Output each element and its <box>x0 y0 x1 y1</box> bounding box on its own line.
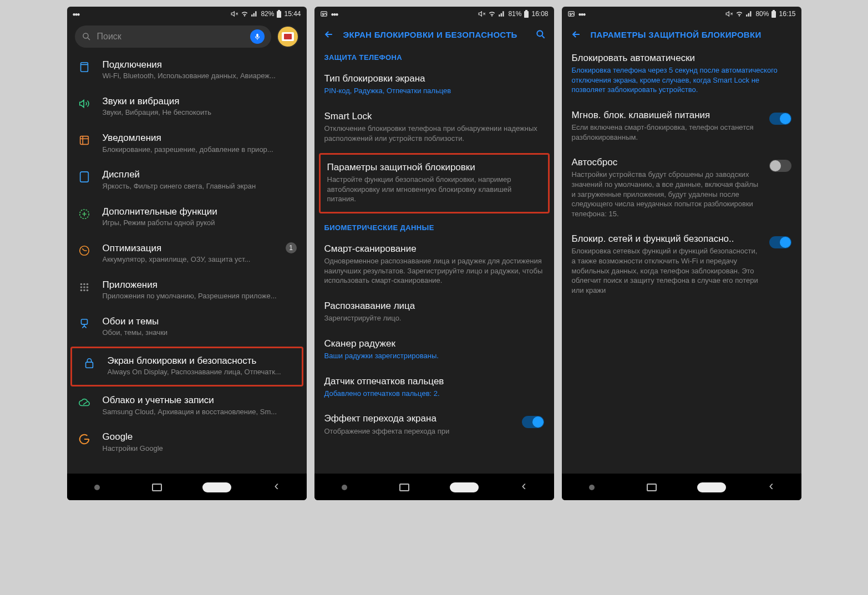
item-subtitle: Приложения по умолчанию, Разрешения прил… <box>103 292 298 301</box>
back-button[interactable] <box>568 29 584 40</box>
settings-list[interactable]: ПодключенияWi-Fi, Bluetooth, Использован… <box>67 52 307 474</box>
item-title: Облако и учетные записи <box>103 394 298 406</box>
settings-item-plus[interactable]: Дополнительные функцииИгры, Режим работы… <box>67 199 307 236</box>
settings-item-google[interactable]: GoogleНастройки Google <box>67 424 307 461</box>
setting-row[interactable]: Блокировать автоматическиБлокировка теле… <box>562 45 801 103</box>
row-title: Smart Lock <box>324 110 544 122</box>
setting-row[interactable]: Распознавание лицаЗарегистрируйте лицо. <box>314 293 554 331</box>
phone-secure-lock-settings: 80% 16:15 ПАРАМЕТРЫ ЗАЩИТНОЙ БЛОКИРОВКИ … <box>562 7 801 500</box>
section-label: ЗАЩИТА ТЕЛЕФОНА <box>314 45 554 66</box>
badge-count: 1 <box>286 242 297 253</box>
row-description: Настройте функции безопасной блокировки,… <box>327 175 541 204</box>
nav-recent-button[interactable] <box>388 481 421 494</box>
secure-lock-list[interactable]: Блокировать автоматическиБлокировка теле… <box>562 45 801 474</box>
status-time: 16:15 <box>779 10 795 18</box>
row-description: Одновременное распознавание лица и радуж… <box>324 256 544 286</box>
setting-row[interactable]: Датчик отпечатков пальцевДобавлено отпеч… <box>314 369 554 406</box>
setting-row[interactable]: Сканер радужекВаши радужки зарегистриров… <box>314 331 554 369</box>
settings-item-wallpaper[interactable]: Обои и темыОбои, темы, значки <box>67 309 307 345</box>
svg-point-12 <box>80 286 82 288</box>
item-title: Дисплей <box>103 169 298 180</box>
security-list[interactable]: ЗАЩИТА ТЕЛЕФОНАТип блокировки экранаPIN-… <box>314 45 554 474</box>
nav-indicator <box>575 481 608 494</box>
settings-item-connections[interactable]: ПодключенияWi-Fi, Bluetooth, Использован… <box>67 52 307 89</box>
nav-home-button[interactable] <box>448 481 481 494</box>
more-notifications-icon <box>578 11 585 17</box>
nav-recent-button[interactable] <box>635 481 668 494</box>
svg-point-24 <box>537 30 542 36</box>
item-title: Звуки и вибрация <box>103 95 298 107</box>
toggle-switch[interactable] <box>769 160 791 172</box>
settings-item-optimize[interactable]: ОптимизацияАккумулятор, хранилище, ОЗУ, … <box>67 236 307 272</box>
item-title: Оптимизация <box>103 242 275 254</box>
row-description: Если включена смарт-блокировка, телефон … <box>572 123 763 142</box>
svg-rect-22 <box>524 11 529 18</box>
settings-item-apps[interactable]: ПриложенияПриложения по умолчанию, Разре… <box>67 272 307 309</box>
wifi-icon <box>735 10 743 18</box>
nav-back-button[interactable] <box>507 481 541 494</box>
nav-back-button[interactable] <box>755 481 788 494</box>
svg-rect-27 <box>771 11 776 18</box>
mute-icon <box>478 10 486 18</box>
search-icon <box>82 32 92 42</box>
screen-header: ПАРАМЕТРЫ ЗАЩИТНОЙ БЛОКИРОВКИ <box>562 21 801 45</box>
row-title: Распознавание лица <box>324 300 544 312</box>
lock-icon <box>81 355 98 369</box>
svg-rect-23 <box>525 10 527 11</box>
mute-icon <box>231 10 238 18</box>
settings-item-notify[interactable]: УведомленияБлокирование, разрешение, доб… <box>67 125 307 162</box>
settings-item-display[interactable]: ДисплейЯркость, Фильтр синего света, Гла… <box>67 162 307 199</box>
toggle-switch[interactable] <box>522 416 544 428</box>
search-button[interactable] <box>535 29 546 40</box>
status-bar: 80% 16:15 <box>562 7 801 21</box>
setting-row[interactable]: Блокир. сетей и функций безопасно..Блоки… <box>562 226 801 303</box>
nav-back-button[interactable] <box>260 481 293 494</box>
settings-item-lock[interactable]: Экран блокировки и безопасностьAlways On… <box>72 348 302 385</box>
row-title: Тип блокировки экрана <box>324 73 544 84</box>
item-subtitle: Обои, темы, значки <box>103 328 298 338</box>
setting-row[interactable]: Тип блокировки экранаPIN-код, Радужка, О… <box>314 66 554 104</box>
row-description: PIN-код, Радужка, Отпечатки пальцев <box>324 86 544 96</box>
status-bar: 82% 15:44 <box>67 7 307 21</box>
more-notifications-icon <box>73 11 79 17</box>
item-title: Уведомления <box>103 132 298 144</box>
setting-row[interactable]: АвтосбросНастройки устройства будут сбро… <box>562 150 801 226</box>
nav-recent-button[interactable] <box>140 481 174 494</box>
item-subtitle: Яркость, Фильтр синего света, Главный эк… <box>103 182 298 191</box>
phone-lockscreen-security: 81% 16:08 ЭКРАН БЛОКИРОВКИ И БЕЗОПАСНОСТ… <box>314 7 554 500</box>
android-navbar <box>314 474 554 500</box>
row-title: Параметры защитной блокировки <box>327 161 541 173</box>
connections-icon <box>76 59 93 73</box>
svg-rect-19 <box>85 362 93 368</box>
battery-percent: 81% <box>508 10 521 18</box>
wallpaper-icon <box>76 316 93 330</box>
setting-row[interactable]: Параметры защитной блокировкиНастройте ф… <box>319 153 550 213</box>
more-notifications-icon <box>331 11 338 17</box>
nav-indicator <box>80 481 114 494</box>
nav-home-button[interactable] <box>695 481 728 494</box>
settings-search-row: Поиск <box>67 21 307 52</box>
setting-row[interactable]: Эффект перехода экранаОтображение эффект… <box>314 406 554 444</box>
search-input[interactable]: Поиск <box>75 26 271 48</box>
back-button[interactable] <box>321 29 337 40</box>
svg-point-17 <box>86 289 88 292</box>
item-title: Google <box>103 431 298 443</box>
setting-row[interactable]: Мгнов. блок. клавишей питанияЕсли включе… <box>562 103 801 150</box>
account-avatar[interactable] <box>277 26 299 48</box>
settings-item-cloud[interactable]: Облако и учетные записиSamsung Cloud, Ар… <box>67 388 307 424</box>
setting-row[interactable]: Смарт-сканированиеОдновременное распозна… <box>314 236 554 293</box>
battery-icon <box>524 10 529 18</box>
row-title: Эффект перехода экрана <box>324 413 515 424</box>
nav-home-button[interactable] <box>200 481 234 494</box>
toggle-switch[interactable] <box>769 113 791 125</box>
voice-search-button[interactable] <box>250 29 265 44</box>
row-title: Сканер радужек <box>324 338 544 349</box>
setting-row[interactable]: Smart LockОтключение блокировки телефона… <box>314 104 554 151</box>
item-subtitle: Always On Display, Распознавание лица, О… <box>108 368 293 377</box>
android-navbar <box>67 474 307 500</box>
item-title: Приложения <box>103 279 298 291</box>
toggle-switch[interactable] <box>769 236 791 248</box>
row-description: Зарегистрируйте лицо. <box>324 313 544 323</box>
settings-item-sound[interactable]: Звуки и вибрацияЗвуки, Вибрация, Не бесп… <box>67 89 307 125</box>
svg-rect-5 <box>80 136 88 145</box>
